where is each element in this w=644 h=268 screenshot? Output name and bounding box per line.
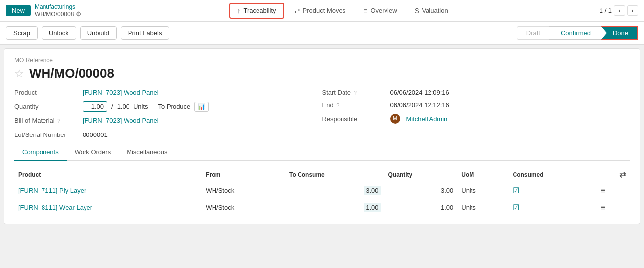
action-bar: Scrap Unlock Unbuild Print Labels Draft …	[0, 22, 644, 45]
nav-tabs: ↑ Traceability ⇄ Product Moves ≡ Overvie…	[89, 3, 595, 19]
pagination: 1 / 1 ‹ ›	[600, 5, 638, 16]
responsible-label: Responsible	[322, 115, 386, 123]
start-date-label: Start Date ?	[322, 89, 386, 96]
cell-quantity: 3.00	[385, 182, 458, 199]
tab-bar: Components Work Orders Miscellaneous	[14, 144, 630, 161]
mo-number: WH/MO/00008	[29, 66, 114, 81]
cell-to-consume: 3.00	[285, 182, 385, 199]
bom-label: Bill of Material ?	[14, 117, 79, 124]
components-table: Product From To Consume Quantity UoM Con…	[14, 167, 630, 216]
lot-label: Lot/Serial Number	[14, 131, 79, 138]
start-date-field: Start Date ? 06/06/2024 12:09:16	[322, 89, 630, 96]
end-value: 06/06/2024 12:12:16	[390, 101, 449, 109]
product-link[interactable]: [FURN_7111] Ply Layer	[18, 187, 86, 194]
end-field: End ? 06/06/2024 12:12:16	[322, 101, 630, 109]
end-label: End ?	[322, 101, 386, 109]
to-produce-label: To Produce	[158, 103, 191, 110]
cell-uom: Units	[457, 199, 509, 216]
product-value[interactable]: [FURN_7023] Wood Panel	[83, 89, 159, 96]
breadcrumb-parent[interactable]: Manufacturings	[35, 3, 82, 10]
main-content: MO Reference ☆ WH/MO/00008 Product [FURN…	[4, 48, 640, 224]
next-button[interactable]: ›	[627, 5, 638, 16]
table-row: [FURN_7111] Ply Layer WH/Stock 3.00 3.00…	[14, 182, 630, 199]
product-label: Product	[14, 89, 79, 96]
tab-miscellaneous[interactable]: Miscellaneous	[119, 144, 175, 161]
cell-quantity: 1.00	[385, 199, 458, 216]
form-right: Start Date ? 06/06/2024 12:09:16 End ? 0…	[322, 89, 630, 138]
col-product: Product	[14, 167, 202, 182]
print-labels-button[interactable]: Print Labels	[121, 26, 170, 40]
mo-ref-label: MO Reference	[14, 57, 630, 64]
mo-title: ☆ WH/MO/00008	[14, 66, 630, 81]
tab-traceability[interactable]: ↑ Traceability	[229, 3, 284, 19]
responsible-value[interactable]: Mitchell Admin	[406, 115, 448, 123]
avatar: M	[390, 114, 400, 124]
cell-to-consume: 1.00	[285, 199, 385, 216]
unit-label: Units	[133, 103, 148, 110]
lines-icon[interactable]: ≡	[601, 186, 605, 195]
col-uom: UoM	[457, 167, 509, 182]
table-row: [FURN_8111] Wear Layer WH/Stock 1.00 1.0…	[14, 199, 630, 216]
lines-icon[interactable]: ≡	[601, 203, 605, 212]
breadcrumb-current: WH/MO/00008 ⚙	[35, 10, 82, 18]
start-date-help-icon[interactable]: ?	[354, 90, 357, 96]
cell-from: WH/Stock	[202, 199, 285, 216]
quantity-input[interactable]	[83, 101, 107, 112]
form-left: Product [FURN_7023] Wood Panel Quantity …	[14, 89, 322, 138]
quantity-field: Quantity / 1.00 Units To Produce 📊	[14, 101, 322, 112]
col-from: From	[202, 167, 285, 182]
breadcrumb: Manufacturings WH/MO/00008 ⚙	[35, 3, 82, 18]
lot-field: Lot/Serial Number 0000001	[14, 131, 322, 138]
scrap-button[interactable]: Scrap	[6, 26, 38, 40]
adjust-icon[interactable]: ⇄	[619, 170, 626, 179]
unbuild-button[interactable]: Unbuild	[80, 26, 117, 40]
bom-field: Bill of Material ? [FURN_7023] Wood Pane…	[14, 117, 322, 124]
tab-work-orders[interactable]: Work Orders	[67, 144, 119, 161]
qty-separator: /	[111, 103, 113, 110]
valuation-icon: $	[415, 7, 419, 15]
qty-total: 1.00	[117, 103, 129, 110]
tab-product-moves[interactable]: ⇄ Product Moves	[286, 3, 354, 19]
status-draft[interactable]: Draft	[517, 26, 549, 40]
cell-consumed: ☑	[509, 182, 597, 199]
top-bar: New Manufacturings WH/MO/00008 ⚙ ↑ Trace…	[0, 0, 644, 22]
product-moves-icon: ⇄	[294, 7, 300, 15]
cell-uom: Units	[457, 182, 509, 199]
cell-from: WH/Stock	[202, 182, 285, 199]
tab-valuation[interactable]: $ Valuation	[407, 3, 456, 19]
col-to-consume: To Consume	[285, 167, 385, 182]
cell-product: [FURN_8111] Wear Layer	[14, 199, 202, 216]
traceability-icon: ↑	[237, 7, 241, 15]
bom-value[interactable]: [FURN_7023] Wood Panel	[83, 117, 159, 124]
chart-button[interactable]: 📊	[194, 102, 209, 112]
col-quantity: Quantity	[385, 167, 458, 182]
col-consumed: Consumed	[509, 167, 597, 182]
status-bar: Draft Confirmed Done	[517, 26, 638, 40]
prev-button[interactable]: ‹	[614, 5, 625, 16]
status-done[interactable]: Done	[601, 26, 638, 40]
form-grid: Product [FURN_7023] Wood Panel Quantity …	[14, 89, 630, 138]
status-confirmed[interactable]: Confirmed	[549, 26, 601, 40]
gear-icon[interactable]: ⚙	[76, 10, 82, 18]
overview-icon: ≡	[363, 7, 367, 15]
consumed-checkbox[interactable]: ☑	[513, 203, 519, 212]
bom-help-icon[interactable]: ?	[57, 118, 60, 124]
new-button[interactable]: New	[6, 5, 31, 16]
cell-consumed: ☑	[509, 199, 597, 216]
quantity-label: Quantity	[14, 103, 79, 110]
cell-lines: ≡	[597, 199, 630, 216]
lot-value: 0000001	[83, 131, 108, 138]
cell-product: [FURN_7111] Ply Layer	[14, 182, 202, 199]
col-adjust: ⇄	[597, 167, 630, 182]
end-help-icon[interactable]: ?	[336, 102, 339, 108]
tab-overview[interactable]: ≡ Overview	[355, 3, 405, 19]
tab-components[interactable]: Components	[14, 144, 67, 161]
consumed-checkbox[interactable]: ☑	[513, 186, 519, 195]
star-icon[interactable]: ☆	[14, 67, 24, 80]
product-link[interactable]: [FURN_8111] Wear Layer	[18, 204, 92, 211]
responsible-field: Responsible M Mitchell Admin	[322, 114, 630, 124]
cell-lines: ≡	[597, 182, 630, 199]
start-date-value: 06/06/2024 12:09:16	[390, 89, 449, 96]
unlock-button[interactable]: Unlock	[42, 26, 76, 40]
product-field: Product [FURN_7023] Wood Panel	[14, 89, 322, 96]
